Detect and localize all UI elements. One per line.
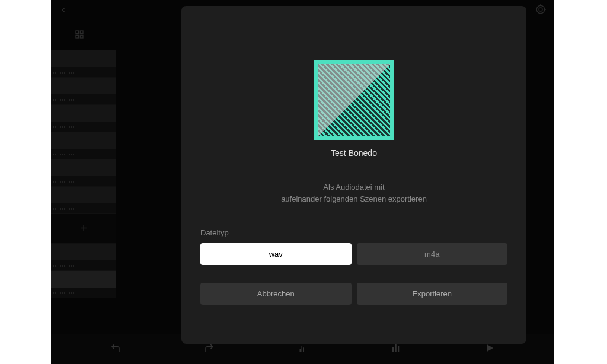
filetype-options: wav m4a <box>200 243 507 265</box>
description-line2: aufeinander folgenden Szenen exportieren <box>281 194 427 203</box>
export-description: Als Audiodatei mit aufeinander folgenden… <box>281 181 427 205</box>
project-name: Test Bonedo <box>331 148 377 158</box>
filetype-section: Dateityp wav m4a <box>200 228 507 265</box>
filetype-wav-button[interactable]: wav <box>200 243 352 265</box>
filetype-m4a-button[interactable]: m4a <box>357 243 508 265</box>
filetype-label: Dateityp <box>200 228 507 237</box>
export-button[interactable]: Exportieren <box>357 283 508 305</box>
project-artwork <box>314 60 394 140</box>
cancel-button[interactable]: Abbrechen <box>200 283 352 305</box>
action-buttons: Abbrechen Exportieren <box>200 283 507 305</box>
description-line1: Als Audiodatei mit <box>323 183 384 191</box>
export-dialog: Test Bonedo Als Audiodatei mit aufeinand… <box>181 6 526 344</box>
app-window: + + <box>51 0 554 364</box>
